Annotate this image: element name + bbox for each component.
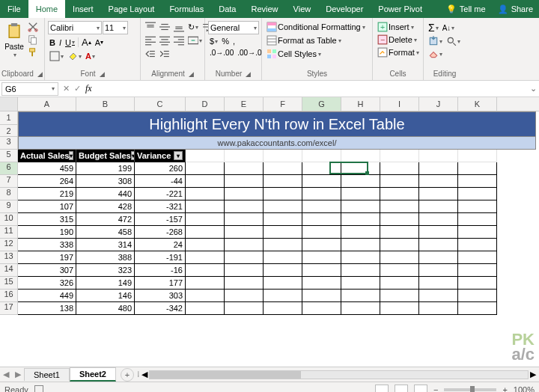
cell[interactable]: -16: [135, 264, 186, 277]
cell[interactable]: [341, 188, 380, 200]
cell[interactable]: 449: [18, 290, 76, 302]
cell[interactable]: [302, 277, 341, 290]
tab-developer[interactable]: Developer: [318, 0, 371, 18]
cell[interactable]: [302, 264, 341, 277]
row-header-10[interactable]: 10: [0, 213, 18, 226]
cell[interactable]: [264, 226, 302, 239]
formula-input[interactable]: [97, 82, 524, 96]
underline-button[interactable]: U▾: [64, 37, 76, 48]
col-header-K[interactable]: K: [458, 97, 497, 111]
cell[interactable]: [225, 213, 264, 226]
bold-button[interactable]: B: [48, 37, 57, 48]
cell[interactable]: [419, 213, 458, 226]
col-header-C[interactable]: C: [135, 97, 186, 111]
align-top-button[interactable]: [144, 21, 157, 33]
cell[interactable]: [380, 213, 419, 226]
number-dialog-launcher[interactable]: ◢: [246, 70, 251, 78]
cell[interactable]: [186, 226, 225, 239]
share-button[interactable]: 👤 Share: [492, 0, 539, 18]
cell[interactable]: [186, 175, 225, 188]
cell[interactable]: [302, 175, 341, 188]
cell[interactable]: 177: [135, 277, 186, 290]
cell[interactable]: [419, 251, 458, 264]
cell[interactable]: [341, 213, 380, 226]
cell[interactable]: [225, 264, 264, 277]
merge-center-button[interactable]: ▾: [186, 34, 204, 46]
cell[interactable]: 219: [18, 188, 76, 200]
cell[interactable]: [225, 162, 264, 175]
increase-indent-button[interactable]: [158, 48, 171, 60]
cell[interactable]: [458, 302, 497, 315]
cell[interactable]: 308: [76, 175, 135, 188]
cell[interactable]: [419, 226, 458, 239]
cell[interactable]: [225, 277, 264, 290]
cell[interactable]: 459: [18, 162, 76, 175]
cell[interactable]: [458, 188, 497, 200]
select-all-button[interactable]: [0, 97, 18, 111]
cell[interactable]: [380, 200, 419, 213]
table-header-variance[interactable]: Variance▾: [135, 150, 186, 162]
filter-icon[interactable]: ▾: [69, 151, 73, 160]
sheet-tab-sheet2[interactable]: Sheet2: [70, 367, 116, 382]
tab-page-layout[interactable]: Page Layout: [101, 0, 162, 18]
cell[interactable]: [302, 239, 341, 251]
cell[interactable]: -191: [135, 251, 186, 264]
row-header-6[interactable]: 6: [0, 162, 18, 175]
cell[interactable]: 146: [76, 290, 135, 302]
cell[interactable]: [225, 175, 264, 188]
tab-insert[interactable]: Insert: [65, 0, 101, 18]
cell[interactable]: 199: [76, 162, 135, 175]
cell[interactable]: [264, 290, 302, 302]
cell-styles-button[interactable]: Cell Styles▾: [265, 48, 369, 60]
cell[interactable]: 458: [76, 226, 135, 239]
cell[interactable]: 323: [76, 264, 135, 277]
cell[interactable]: [458, 277, 497, 290]
sheet-tab-sheet1[interactable]: Sheet1: [24, 368, 70, 381]
cell[interactable]: [186, 200, 225, 213]
cell[interactable]: [458, 290, 497, 302]
cell[interactable]: [302, 200, 341, 213]
cell[interactable]: [380, 239, 419, 251]
cell[interactable]: [302, 290, 341, 302]
tab-power-pivot[interactable]: Power Pivot: [371, 0, 430, 18]
title-cell[interactable]: Highlight Every N'th row in Excel Table: [18, 111, 536, 137]
cell[interactable]: [225, 239, 264, 251]
cell[interactable]: [225, 226, 264, 239]
zoom-in-button[interactable]: +: [502, 385, 507, 393]
cell[interactable]: 388: [76, 251, 135, 264]
sort-filter-button[interactable]: A↓▾: [441, 23, 457, 33]
cell[interactable]: 264: [18, 175, 76, 188]
cell[interactable]: [380, 277, 419, 290]
cell[interactable]: -221: [135, 188, 186, 200]
alignment-dialog-launcher[interactable]: ◢: [189, 70, 194, 78]
row-header-14[interactable]: 14: [0, 264, 18, 277]
cell[interactable]: -342: [135, 302, 186, 315]
cell[interactable]: [341, 226, 380, 239]
row-header-15[interactable]: 15: [0, 277, 18, 290]
cell[interactable]: [225, 302, 264, 315]
cell[interactable]: [458, 175, 497, 188]
cell[interactable]: 315: [18, 213, 76, 226]
cell[interactable]: [341, 302, 380, 315]
conditional-formatting-button[interactable]: Conditional Formatting▾: [265, 21, 369, 33]
align-middle-button[interactable]: [158, 21, 171, 33]
cell[interactable]: [458, 200, 497, 213]
col-header-G[interactable]: G: [302, 97, 341, 111]
col-header-E[interactable]: E: [225, 97, 264, 111]
format-painter-button[interactable]: [26, 46, 40, 58]
cell[interactable]: [380, 226, 419, 239]
page-layout-view-button[interactable]: [395, 385, 408, 393]
row-header-1[interactable]: 1: [0, 111, 17, 125]
name-box[interactable]: G6▾: [1, 82, 58, 96]
accounting-format-button[interactable]: $▾: [208, 36, 219, 46]
cell[interactable]: [458, 150, 497, 162]
cell[interactable]: 314: [76, 239, 135, 251]
font-dialog-launcher[interactable]: ◢: [100, 70, 105, 78]
row-header-3[interactable]: 3: [0, 137, 18, 150]
cell[interactable]: [419, 239, 458, 251]
cell[interactable]: [186, 264, 225, 277]
delete-cells-button[interactable]: −Delete▾: [376, 34, 418, 46]
cell[interactable]: [264, 150, 302, 162]
cut-button[interactable]: [26, 21, 40, 33]
comma-format-button[interactable]: ,: [231, 36, 237, 46]
